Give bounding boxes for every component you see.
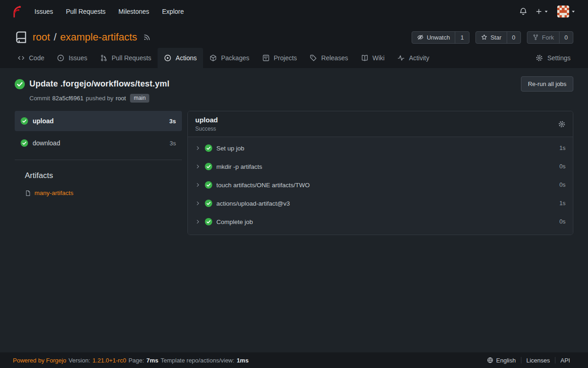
nav-pull-requests[interactable]: Pull Requests xyxy=(61,5,110,18)
step-row[interactable]: actions/upload-artifact@v3 1s xyxy=(188,194,573,213)
job-duration: 3s xyxy=(170,140,176,147)
tab-wiki-label: Wiki xyxy=(373,54,384,62)
stars-count[interactable]: 0 xyxy=(507,32,520,43)
step-name: Set up job xyxy=(216,145,244,152)
tab-activity-label: Activity xyxy=(409,54,429,62)
star-button[interactable]: Star xyxy=(476,32,507,43)
tab-issues[interactable]: Issues xyxy=(51,48,93,68)
pusher-link[interactable]: root xyxy=(116,95,126,102)
step-row[interactable]: Set up job 1s xyxy=(188,139,573,157)
tab-pull-requests[interactable]: Pull Requests xyxy=(94,48,158,68)
bell-icon xyxy=(519,7,527,16)
tab-releases[interactable]: Releases xyxy=(303,48,354,68)
powered-by-link[interactable]: Powered by Forgejo xyxy=(13,357,66,364)
job-item-upload[interactable]: upload 3s xyxy=(15,111,182,131)
job-duration: 3s xyxy=(170,118,176,125)
artifacts-heading: Artifacts xyxy=(25,171,182,180)
unwatch-button[interactable]: Unwatch xyxy=(412,32,455,43)
nav-issues[interactable]: Issues xyxy=(29,5,58,18)
run-columns: upload 3s download 3s Artifacts many-art… xyxy=(15,111,573,235)
step-success-check-icon xyxy=(205,181,212,189)
page-time-label: Page: xyxy=(129,357,144,364)
forgejo-logo-icon xyxy=(9,5,22,18)
job-detail-panel: upload Success Set up job 1s xyxy=(187,111,573,235)
artifact-item: many-artifacts xyxy=(25,190,182,196)
fork-icon xyxy=(532,34,539,40)
repo-tabbar: Code Issues Pull Requests Actions Packag… xyxy=(0,48,588,68)
tab-issues-label: Issues xyxy=(68,54,87,62)
create-new-button[interactable] xyxy=(536,8,549,15)
fork-button[interactable]: Fork xyxy=(527,32,559,43)
repo-title: root / example-artifacts xyxy=(33,31,137,43)
tab-settings[interactable]: Settings xyxy=(529,48,577,68)
repo-owner-link[interactable]: root xyxy=(33,31,50,43)
repo-icon xyxy=(15,31,28,44)
branch-badge[interactable]: main xyxy=(130,94,149,103)
rss-feed-button[interactable] xyxy=(143,34,151,41)
version-link[interactable]: 1.21.0+1-rc0 xyxy=(92,357,126,364)
job-item-download[interactable]: download 3s xyxy=(15,133,182,153)
commit-sha-link[interactable]: 82a5cf6961 xyxy=(52,95,84,102)
package-icon xyxy=(209,54,217,62)
commit-line: Commit 82a5cf6961 pushed by root main xyxy=(29,94,573,103)
step-success-check-icon xyxy=(205,144,212,152)
artifact-link[interactable]: many-artifacts xyxy=(34,190,74,196)
run-header: Update .forgejo/workflows/test.yml Re-ru… xyxy=(15,76,573,92)
licenses-link[interactable]: Licenses xyxy=(521,357,555,364)
job-name: download xyxy=(33,139,60,147)
forks-count[interactable]: 0 xyxy=(559,32,573,43)
step-row[interactable]: mkdir -p artifacts 0s xyxy=(188,157,573,176)
chevron-down-icon xyxy=(543,9,549,14)
topbar-right xyxy=(519,6,579,17)
tab-activity[interactable]: Activity xyxy=(391,48,435,68)
step-success-check-icon xyxy=(205,218,212,225)
nav-explore[interactable]: Explore xyxy=(157,5,189,18)
fork-button-group: Fork 0 xyxy=(527,31,573,44)
nav-milestones[interactable]: Milestones xyxy=(113,5,154,18)
tab-projects[interactable]: Projects xyxy=(256,48,304,68)
step-name: touch artifacts/ONE artifacts/TWO xyxy=(216,182,310,189)
chevron-down-icon xyxy=(571,9,576,14)
version-label: Version: xyxy=(68,357,90,364)
watchers-count[interactable]: 1 xyxy=(455,32,469,43)
tab-packages[interactable]: Packages xyxy=(203,48,255,68)
step-row[interactable]: Complete job 0s xyxy=(188,213,573,231)
language-selector[interactable]: English xyxy=(482,357,521,364)
tab-settings-label: Settings xyxy=(547,54,571,62)
repo-name-link[interactable]: example-artifacts xyxy=(60,31,137,43)
notifications-button[interactable] xyxy=(519,7,527,16)
step-name: actions/upload-artifact@v3 xyxy=(216,200,290,207)
tab-actions-label: Actions xyxy=(175,54,197,62)
chevron-right-icon xyxy=(195,164,201,169)
project-board-icon xyxy=(262,54,270,62)
globe-icon xyxy=(487,357,493,363)
tab-packages-label: Packages xyxy=(221,54,249,62)
step-duration: 1s xyxy=(560,200,565,207)
star-label: Star xyxy=(491,34,502,41)
chevron-right-icon xyxy=(195,182,201,188)
forgejo-logo[interactable] xyxy=(9,5,22,18)
tab-wiki[interactable]: Wiki xyxy=(355,48,391,68)
job-name: upload xyxy=(33,117,54,125)
job-detail-name: upload xyxy=(195,116,218,124)
unwatch-label: Unwatch xyxy=(427,34,450,41)
tab-code[interactable]: Code xyxy=(11,48,51,68)
language-label: English xyxy=(496,357,516,364)
tab-actions[interactable]: Actions xyxy=(158,48,203,68)
step-duration: 1s xyxy=(560,145,565,151)
rerun-all-jobs-button[interactable]: Re-run all jobs xyxy=(521,76,573,92)
step-success-check-icon xyxy=(205,200,212,207)
template-time-value: 1ms xyxy=(237,357,249,364)
jobs-sidebar: upload 3s download 3s Artifacts many-art… xyxy=(15,111,182,196)
job-detail-status: Success xyxy=(195,126,218,132)
footer: Powered by Forgejo Version: 1.21.0+1-rc0… xyxy=(0,352,588,368)
job-options-button[interactable] xyxy=(558,121,565,128)
rss-icon xyxy=(143,34,151,41)
user-menu-button[interactable] xyxy=(557,6,576,17)
chevron-right-icon xyxy=(195,145,201,151)
api-link[interactable]: API xyxy=(555,357,575,364)
top-navbar: Issues Pull Requests Milestones Explore xyxy=(0,0,588,23)
plus-icon xyxy=(536,8,542,15)
pull-request-icon xyxy=(100,54,107,62)
step-row[interactable]: touch artifacts/ONE artifacts/TWO 0s xyxy=(188,176,573,194)
